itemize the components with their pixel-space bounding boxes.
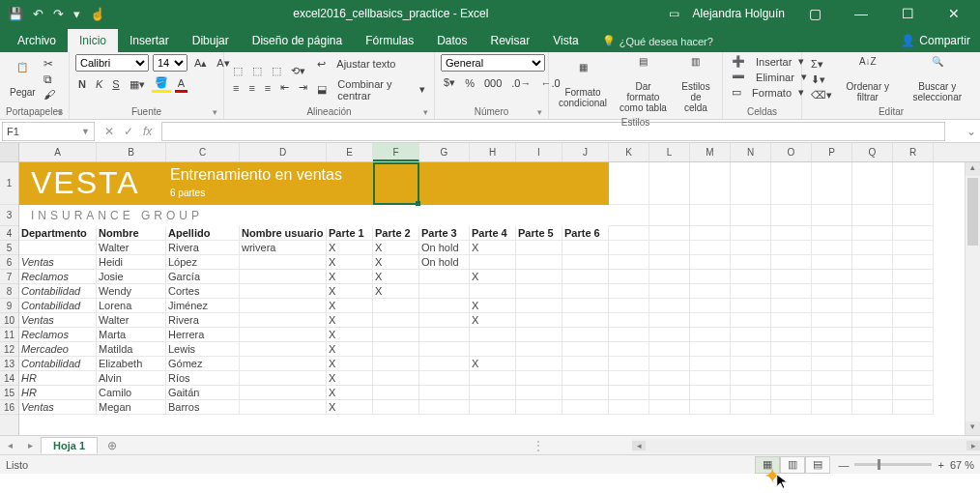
cell[interactable]: [690, 255, 731, 270]
col-header-Q[interactable]: Q: [852, 143, 893, 161]
cell[interactable]: X: [373, 255, 419, 270]
cell[interactable]: [812, 342, 852, 357]
cell[interactable]: [562, 284, 609, 299]
cell[interactable]: [893, 357, 934, 371]
row-header[interactable]: 13: [0, 357, 18, 371]
align-middle-icon[interactable]: ⬚: [249, 64, 265, 78]
dialog-launcher-icon[interactable]: ▾: [213, 107, 217, 117]
normal-view-button[interactable]: ▦: [755, 456, 780, 474]
cell[interactable]: [649, 226, 690, 241]
cell[interactable]: [516, 357, 562, 371]
scroll-left-icon[interactable]: ◂: [632, 441, 646, 450]
cell[interactable]: [516, 386, 562, 400]
currency-icon[interactable]: $▾: [441, 75, 458, 90]
cell[interactable]: [516, 328, 562, 342]
cell[interactable]: [373, 371, 419, 386]
indent-dec-icon[interactable]: ⇤: [277, 80, 292, 95]
save-icon[interactable]: 💾: [8, 7, 23, 21]
comma-icon[interactable]: 000: [481, 76, 504, 90]
cell[interactable]: [690, 342, 731, 357]
cell[interactable]: X: [327, 371, 373, 386]
cell[interactable]: [812, 371, 852, 386]
cell[interactable]: [419, 386, 470, 400]
cell[interactable]: [690, 226, 731, 241]
cell[interactable]: Rivera: [166, 241, 240, 255]
cell[interactable]: [373, 313, 419, 328]
cell[interactable]: Mercadeo: [19, 342, 97, 357]
tab-nav-next-icon[interactable]: ▸: [20, 440, 41, 450]
share-button[interactable]: 👤Compartir: [891, 29, 980, 52]
row-header[interactable]: 14: [0, 371, 18, 386]
col-header-M[interactable]: M: [690, 143, 731, 161]
col-header-B[interactable]: B: [97, 143, 166, 161]
cell[interactable]: Ríos: [166, 371, 240, 386]
cell[interactable]: [516, 299, 562, 313]
col-header-E[interactable]: E: [327, 143, 373, 161]
col-header-K[interactable]: K: [609, 143, 649, 161]
tab-inicio[interactable]: Inicio: [68, 29, 118, 52]
fx-icon[interactable]: fx: [143, 125, 152, 138]
cell[interactable]: [470, 284, 516, 299]
align-top-icon[interactable]: ⬚: [230, 64, 245, 78]
cell[interactable]: Lewis: [166, 342, 240, 357]
row-header[interactable]: 10: [0, 313, 18, 328]
cell[interactable]: [893, 226, 934, 241]
cell[interactable]: [690, 241, 731, 255]
cell[interactable]: [731, 226, 771, 241]
cell[interactable]: [562, 386, 609, 400]
col-header-R[interactable]: R: [893, 143, 934, 161]
cell[interactable]: [731, 342, 771, 357]
cell[interactable]: Wendy: [97, 284, 166, 299]
cell[interactable]: [373, 400, 419, 415]
col-header-J[interactable]: J: [562, 143, 609, 161]
cell[interactable]: X: [327, 400, 373, 415]
cell[interactable]: Departmento: [19, 226, 97, 241]
cell[interactable]: [893, 299, 934, 313]
zoom-slider[interactable]: [854, 463, 932, 466]
cell[interactable]: X: [327, 255, 373, 270]
cell[interactable]: [516, 313, 562, 328]
cell[interactable]: Ventas: [19, 255, 97, 270]
cell[interactable]: Contabilidad: [19, 299, 97, 313]
cell[interactable]: Parte 5: [516, 226, 562, 241]
cell[interactable]: [771, 328, 812, 342]
row-header[interactable]: 11: [0, 328, 18, 342]
page-break-button[interactable]: ▤: [805, 456, 830, 474]
cell[interactable]: [893, 342, 934, 357]
cell[interactable]: [609, 255, 649, 270]
cell[interactable]: [609, 328, 649, 342]
cell[interactable]: X: [470, 241, 516, 255]
cell[interactable]: [562, 371, 609, 386]
indent-inc-icon[interactable]: ⇥: [296, 80, 310, 95]
expand-formula-icon[interactable]: ⌄: [963, 125, 980, 138]
cell[interactable]: X: [327, 299, 373, 313]
cell[interactable]: [771, 371, 812, 386]
cell[interactable]: [649, 299, 690, 313]
col-header-H[interactable]: H: [470, 143, 516, 161]
cell[interactable]: [771, 270, 812, 284]
col-header-I[interactable]: I: [516, 143, 562, 161]
cell[interactable]: [690, 371, 731, 386]
row-header[interactable]: 8: [0, 284, 18, 299]
cell[interactable]: [812, 357, 852, 371]
cell[interactable]: [771, 226, 812, 241]
cell[interactable]: X: [373, 270, 419, 284]
row-header[interactable]: 15: [0, 386, 18, 400]
cell[interactable]: [419, 299, 470, 313]
format-cells-button[interactable]: ▭ Formato ▾: [729, 85, 807, 100]
cell[interactable]: [609, 226, 649, 241]
tab-nav-prev-icon[interactable]: ◂: [0, 440, 20, 450]
cell[interactable]: [609, 400, 649, 415]
cell[interactable]: Josie: [97, 270, 166, 284]
worksheet[interactable]: 1345678910111213141516 ABCDEFGHIJKLMNOPQ…: [0, 143, 980, 435]
cell[interactable]: [852, 241, 893, 255]
cell[interactable]: [690, 386, 731, 400]
chevron-down-icon[interactable]: ▼: [81, 127, 90, 136]
row-header[interactable]: 7: [0, 270, 18, 284]
cell[interactable]: [240, 400, 327, 415]
page-layout-button[interactable]: ▥: [780, 456, 805, 474]
cell[interactable]: [731, 357, 771, 371]
cell[interactable]: [470, 255, 516, 270]
cell[interactable]: [690, 357, 731, 371]
vertical-scrollbar[interactable]: ▴ ▾: [965, 162, 980, 435]
